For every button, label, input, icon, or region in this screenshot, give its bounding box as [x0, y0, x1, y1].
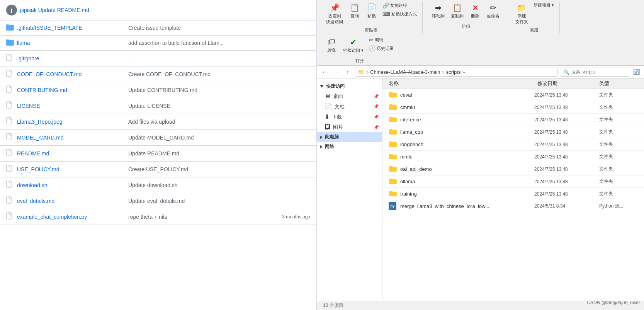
properties-icon: 🏷: [328, 37, 335, 46]
file-row[interactable]: .github/ISSUE_TEMPLATECreate issue templ…: [0, 20, 316, 36]
easy-access-button[interactable]: ✔ 轻松访问 ▾: [341, 36, 366, 55]
file-name[interactable]: MODEL_CARD.md: [17, 135, 125, 141]
file-row[interactable]: README.mdUpdate README.md: [0, 146, 316, 162]
file-name[interactable]: llama: [17, 40, 125, 46]
file-name[interactable]: Llama3_Repo.jpeg: [17, 119, 125, 125]
address-path[interactable]: 📁 » Chinese-LLaMA-Alpaca-3-main » script…: [355, 68, 557, 77]
copy-to-button[interactable]: 📋 复制到: [449, 2, 466, 20]
file-row[interactable]: .gitignore.: [0, 51, 316, 66]
paste-shortcut-button[interactable]: ⌨ 粘贴快捷方式: [381, 10, 418, 18]
rename-button[interactable]: ✏ 重命名: [484, 2, 502, 20]
file-name[interactable]: LICENSE: [17, 103, 125, 109]
folder-icon: [6, 39, 14, 47]
svg-rect-3: [6, 25, 14, 30]
pin-icon: 📌: [374, 94, 379, 99]
list-item[interactable]: mmlu2024/7/25 13:48文件夹: [382, 151, 644, 163]
commit-info: jspisak Update README.md: [20, 7, 89, 13]
back-button[interactable]: ←: [320, 67, 329, 77]
file-name[interactable]: CODE_OF_CONDUCT.md: [17, 71, 125, 77]
item-date: 2024/7/25 13:48: [534, 179, 596, 184]
file-row[interactable]: example_chat_completion.pyrope theta + n…: [0, 209, 316, 225]
header-date[interactable]: 修改日期: [537, 80, 599, 87]
list-item[interactable]: cmmlu2024/7/25 13:48文件夹: [382, 101, 644, 114]
list-item[interactable]: training2024/7/25 13:48文件夹: [382, 188, 644, 200]
file-name[interactable]: .gitignore: [17, 55, 125, 61]
pin-icon-pics: 📌: [374, 125, 379, 130]
username[interactable]: jspisak: [20, 7, 37, 13]
svg-rect-11: [7, 102, 11, 108]
svg-rect-25: [389, 167, 397, 172]
file-row[interactable]: download.shUpdate download.sh: [0, 177, 316, 193]
file-row[interactable]: LICENSEUpdate LICENSE: [0, 98, 316, 114]
copy-path-button[interactable]: 🔗 复制路径: [381, 2, 418, 9]
file-name[interactable]: example_chat_completion.py: [17, 214, 125, 220]
file-commit: add assertion to build function of Llam.…: [128, 40, 310, 46]
file-row[interactable]: CONTRIBUTING.mdUpdate CONTRIBUTING.md: [0, 82, 316, 98]
history-button[interactable]: 🕐 历史记录: [367, 44, 395, 52]
list-item[interactable]: ollama2024/7/25 13:48文件夹: [382, 175, 644, 188]
edit-button[interactable]: ✏ 编辑: [367, 36, 395, 44]
list-item[interactable]: ceval2024/7/25 13:48文件夹: [382, 89, 644, 101]
delete-button[interactable]: ✕ 删除: [467, 2, 483, 20]
sidebar-item-pictures[interactable]: 🖼 图片 📌: [317, 122, 382, 132]
sidebar-item-desktop[interactable]: 🖥 桌面 📌: [317, 91, 382, 101]
file-name[interactable]: README.md: [17, 150, 125, 157]
file-icon: [6, 149, 14, 158]
file-row[interactable]: USE_POLICY.mdCreate USE_POLICY.md: [0, 162, 316, 177]
sidebar-item-documents[interactable]: 📄 文档 📌: [317, 101, 382, 112]
item-type: 文件夹: [599, 116, 638, 123]
list-item[interactable]: oai_api_demo2024/7/25 13:48文件夹: [382, 163, 644, 175]
this-pc-section[interactable]: 此电脑: [317, 132, 382, 142]
up-button[interactable]: ↑: [343, 67, 352, 77]
move-to-button[interactable]: ➡ 移动到: [430, 2, 447, 20]
file-name[interactable]: download.sh: [17, 182, 125, 188]
search-box[interactable]: 🔍: [560, 68, 629, 77]
quick-access-expand-icon: [320, 85, 324, 88]
sidebar-item-downloads[interactable]: ⬇ 下载 📌: [317, 112, 382, 122]
new-item-button[interactable]: 新建项目 ▾: [532, 2, 556, 9]
list-item[interactable]: inference2024/7/25 13:48文件夹: [382, 114, 644, 126]
delete-icon: ✕: [472, 3, 479, 12]
paste-icon: 📄: [367, 3, 377, 12]
history-icon: 🕐: [369, 45, 376, 51]
file-name[interactable]: .github/ISSUE_TEMPLATE: [17, 25, 125, 31]
file-row[interactable]: Llama3_Repo.jpegAdd files via upload: [0, 114, 316, 130]
header-name[interactable]: 名称: [389, 80, 537, 87]
file-row[interactable]: llamaadd assertion to build function of …: [0, 36, 316, 51]
file-row[interactable]: MODEL_CARD.mdUpdate MODEL_CARD.md: [0, 130, 316, 146]
header-type[interactable]: 类型: [599, 80, 638, 87]
quick-access-section[interactable]: 快速访问: [317, 82, 382, 91]
file-row[interactable]: CODE_OF_CONDUCT.mdCreate CODE_OF_CONDUCT…: [0, 66, 316, 82]
folder-icon: [389, 140, 397, 148]
file-name[interactable]: CONTRIBUTING.md: [17, 87, 125, 93]
svg-rect-21: [389, 118, 397, 122]
properties-button[interactable]: 🏷 属性: [324, 36, 339, 55]
item-date: 2024/7/25 13:48: [534, 154, 596, 160]
copy-button[interactable]: 📋 复制: [347, 2, 362, 20]
item-name: mmlu: [400, 154, 531, 160]
new-folder-button[interactable]: 📁 新建文件夹: [513, 2, 530, 26]
copy-label: 复制: [350, 13, 359, 19]
paste-button[interactable]: 📄 粘贴: [364, 2, 379, 20]
list-item[interactable]: longbench2024/7/25 13:48文件夹: [382, 138, 644, 151]
file-row[interactable]: eval_details.mdUpdate eval_details.md: [0, 193, 316, 209]
forward-button[interactable]: →: [331, 67, 341, 77]
file-name[interactable]: USE_POLICY.md: [17, 166, 125, 172]
svg-rect-17: [7, 197, 11, 203]
list-item[interactable]: pymerge_llama3_with_chinese_lora_low...2…: [382, 200, 644, 212]
file-name[interactable]: eval_details.md: [17, 198, 125, 204]
search-input[interactable]: [571, 69, 617, 75]
network-section[interactable]: 网络: [317, 142, 382, 152]
refresh-button[interactable]: 🔄: [632, 67, 641, 77]
file-icon: [6, 133, 14, 142]
svg-rect-12: [7, 118, 11, 124]
history-label: 历史记录: [377, 46, 394, 51]
item-date: 2024/7/25 13:48: [534, 191, 596, 197]
path-part-2[interactable]: scripts: [446, 69, 461, 75]
path-part-1[interactable]: Chinese-LLaMA-Alpaca-3-main: [370, 69, 440, 75]
list-item[interactable]: llama_cpp2024/7/25 13:48文件夹: [382, 126, 644, 138]
item-name: cmmlu: [400, 104, 531, 110]
item-name: merge_llama3_with_chinese_lora_low...: [400, 203, 531, 209]
pin-to-quick-access-button[interactable]: 📌 固定到快速访问: [324, 2, 345, 26]
folder-icon: [389, 153, 397, 161]
